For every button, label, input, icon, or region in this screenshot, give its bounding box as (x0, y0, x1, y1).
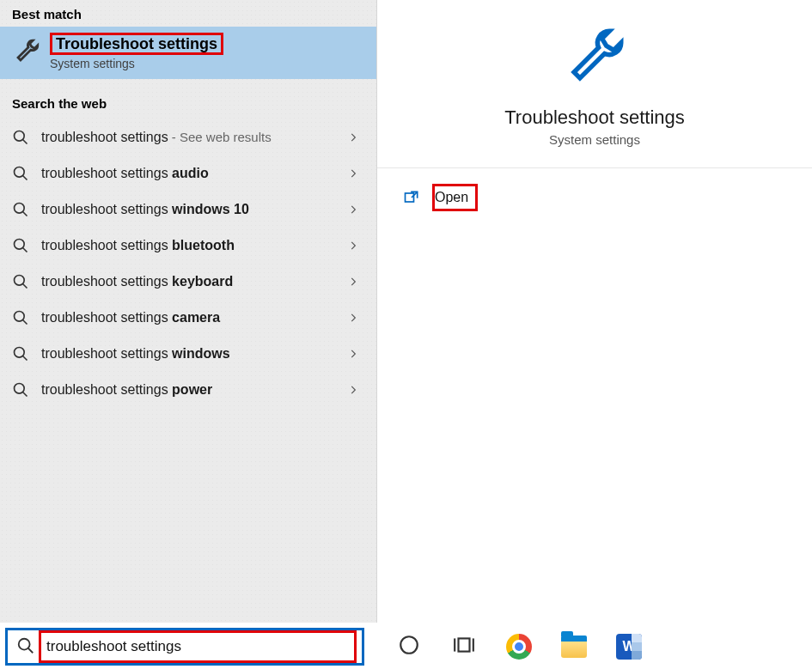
svg-line-15 (23, 392, 27, 397)
open-action[interactable]: Open (377, 168, 812, 227)
preview-panel: Troubleshoot settings System settings Op… (376, 0, 812, 623)
search-icon (16, 636, 37, 657)
chevron-right-icon (347, 240, 359, 252)
svg-point-8 (15, 276, 25, 286)
chevron-right-icon (347, 131, 359, 143)
chevron-right-icon (347, 384, 359, 396)
open-icon (403, 189, 420, 206)
best-match-title: Troubleshoot settings (50, 33, 223, 55)
svg-point-17 (19, 638, 30, 649)
web-result-text: troubleshoot settings bluetooth (41, 238, 335, 253)
search-icon (12, 273, 29, 290)
svg-point-2 (15, 167, 25, 178)
web-result-text: troubleshoot settings audio (41, 166, 335, 181)
word-taskbar-button[interactable]: W (614, 631, 644, 662)
preview-title: Troubleshoot settings (504, 106, 685, 129)
chevron-right-icon (347, 348, 359, 360)
task-view-button[interactable] (449, 631, 479, 662)
web-result-item[interactable]: troubleshoot settings audio (0, 155, 376, 192)
web-result-text: troubleshoot settings camera (41, 310, 335, 325)
taskbar: W (0, 623, 812, 669)
web-results-list: troubleshoot settings - See web resultst… (0, 119, 376, 408)
svg-line-13 (23, 356, 27, 361)
search-icon (12, 345, 29, 362)
file-explorer-taskbar-button[interactable] (559, 631, 589, 662)
svg-line-7 (23, 248, 27, 252)
web-result-item[interactable]: troubleshoot settings windows 10 (0, 192, 376, 228)
best-match-subtitle: System settings (50, 57, 223, 70)
chrome-icon (506, 634, 532, 660)
web-header: Search the web (0, 89, 376, 116)
web-result-text: troubleshoot settings - See web results (41, 130, 335, 145)
word-icon: W (616, 634, 642, 660)
task-view-icon (453, 634, 475, 660)
wrench-icon (559, 22, 630, 96)
web-result-text: troubleshoot settings windows 10 (41, 202, 335, 217)
open-label: Open (432, 184, 478, 211)
svg-line-5 (23, 212, 27, 216)
chevron-right-icon (347, 204, 359, 216)
svg-line-9 (23, 284, 27, 289)
preview-subtitle: System settings (549, 132, 640, 147)
svg-point-10 (15, 312, 25, 322)
web-result-item[interactable]: troubleshoot settings windows (0, 336, 376, 372)
file-explorer-icon (561, 636, 587, 658)
search-icon (12, 309, 29, 326)
web-result-text: troubleshoot settings keyboard (41, 274, 335, 289)
svg-point-14 (15, 384, 25, 394)
web-result-text: troubleshoot settings power (41, 382, 335, 398)
svg-point-4 (15, 204, 25, 214)
web-result-item[interactable]: troubleshoot settings camera (0, 300, 376, 336)
search-icon (12, 381, 29, 398)
svg-line-3 (23, 176, 27, 180)
web-result-text: troubleshoot settings windows (41, 346, 335, 362)
svg-rect-20 (459, 638, 470, 651)
best-match-header: Best match (0, 0, 376, 27)
search-icon (12, 129, 29, 146)
chevron-right-icon (347, 167, 359, 179)
chrome-taskbar-button[interactable] (504, 631, 534, 662)
svg-point-0 (15, 131, 25, 142)
svg-line-1 (23, 140, 27, 144)
taskbar-search-box[interactable] (5, 628, 364, 666)
web-result-item[interactable]: troubleshoot settings - See web results (0, 119, 376, 155)
cortana-button[interactable] (394, 631, 424, 662)
web-result-item[interactable]: troubleshoot settings keyboard (0, 264, 376, 300)
web-result-item[interactable]: troubleshoot settings power (0, 372, 376, 408)
web-result-item[interactable]: troubleshoot settings bluetooth (0, 228, 376, 264)
svg-point-12 (15, 348, 25, 358)
search-icon (12, 237, 29, 254)
search-icon (12, 165, 29, 182)
chevron-right-icon (347, 276, 359, 288)
svg-point-6 (15, 240, 25, 250)
svg-line-18 (28, 648, 34, 653)
search-input[interactable] (41, 638, 354, 655)
svg-point-19 (400, 636, 418, 654)
svg-line-11 (23, 320, 27, 325)
wrench-icon (12, 37, 41, 70)
chevron-right-icon (347, 312, 359, 324)
best-match-item[interactable]: Troubleshoot settings System settings (0, 27, 376, 79)
cortana-icon (398, 634, 420, 660)
search-results-panel: Best match Troubleshoot settings System … (0, 0, 376, 623)
search-icon (12, 201, 29, 218)
